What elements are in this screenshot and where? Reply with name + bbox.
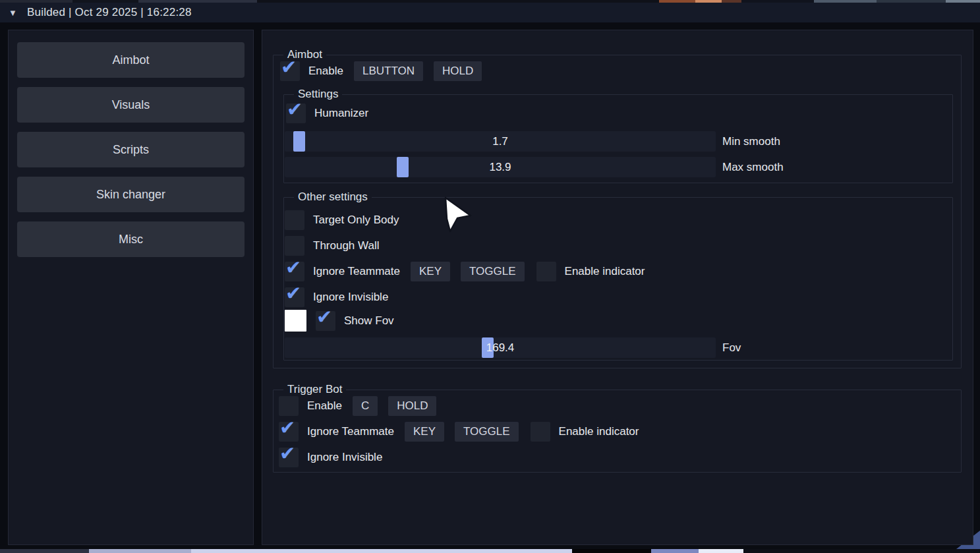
fov-value: 169.4	[285, 337, 716, 358]
ignore-teammate-keybind-button[interactable]: KEY	[411, 262, 450, 281]
sidebar-item-visuals[interactable]: Visuals	[17, 87, 245, 123]
enable-indicator-checkbox[interactable]: ✔	[536, 262, 556, 281]
target-only-body-label: Target Only Body	[313, 214, 399, 227]
through-wall-label: Through Wall	[313, 239, 379, 252]
max-smooth-row: 13.9 Max smooth	[285, 157, 784, 177]
sidebar-item-skin-changer[interactable]: Skin changer	[17, 177, 245, 212]
fov-row: 169.4 Fov	[285, 337, 741, 358]
trigger-keybind-button[interactable]: C	[353, 396, 378, 416]
check-icon: ✔	[285, 256, 301, 279]
trigger-ignore-teammate-label: Ignore Teammate	[307, 425, 394, 438]
fov-slider[interactable]: 169.4	[285, 337, 716, 358]
min-smooth-label: Min smooth	[722, 135, 780, 148]
ignore-invisible-checkbox[interactable]: ✔	[285, 287, 304, 307]
through-wall-row: ✔ Through Wall	[285, 235, 379, 256]
trigger-enable-indicator-label: Enable indicator	[559, 425, 639, 438]
other-settings-group: Other settings ✔ Target Only Body ✔ Thro…	[283, 197, 953, 361]
collapse-triangle-icon[interactable]: ▼	[9, 8, 22, 18]
trigger-ignore-invisible-label: Ignore Invisible	[307, 451, 382, 464]
aimbot-enable-row: ✔ Enable LBUTTON HOLD	[280, 61, 482, 81]
check-icon: ✔	[287, 98, 303, 121]
humanizer-row: ✔ Humanizer	[286, 103, 368, 123]
check-icon: ✔	[285, 282, 301, 305]
min-smooth-row: 1.7 Min smooth	[285, 131, 780, 152]
title-bar: ▼ Builded | Oct 29 2025 | 16:22:28	[0, 3, 980, 23]
trigger-ignore-teammate-keymode-button[interactable]: TOGGLE	[455, 422, 519, 442]
ignore-teammate-label: Ignore Teammate	[313, 265, 400, 278]
humanizer-label: Humanizer	[314, 107, 368, 120]
target-only-body-row: ✔ Target Only Body	[285, 210, 399, 230]
other-settings-group-label: Other settings	[294, 190, 372, 204]
trigger-ignore-teammate-row: ✔ Ignore Teammate KEY TOGGLE ✔ Enable in…	[279, 421, 639, 442]
ignore-teammate-checkbox[interactable]: ✔	[285, 262, 304, 281]
show-fov-row: ✔ Show Fov	[285, 310, 394, 332]
through-wall-checkbox[interactable]: ✔	[285, 236, 304, 256]
trigger-enable-checkbox[interactable]: ✔	[279, 396, 299, 416]
trigger-ignore-teammate-checkbox[interactable]: ✔	[279, 422, 299, 442]
max-smooth-label: Max smooth	[722, 161, 784, 174]
trigger-ignore-teammate-keybind-button[interactable]: KEY	[405, 422, 444, 442]
trigger-bot-group-label: Trigger Bot	[283, 383, 346, 396]
min-smooth-value: 1.7	[285, 131, 716, 152]
fov-color-swatch[interactable]	[285, 310, 306, 332]
trigger-keymode-button[interactable]: HOLD	[388, 396, 436, 416]
humanizer-checkbox[interactable]: ✔	[286, 103, 306, 123]
fov-label: Fov	[722, 341, 741, 355]
max-smooth-value: 13.9	[285, 157, 716, 177]
aimbot-keymode-button[interactable]: HOLD	[434, 61, 482, 81]
ignore-teammate-keymode-button[interactable]: TOGGLE	[461, 262, 525, 281]
aimbot-enable-checkbox[interactable]: ✔	[280, 61, 300, 81]
sidebar: Aimbot Visuals Scripts Skin changer Misc	[8, 30, 254, 545]
aimbot-enable-label: Enable	[308, 65, 343, 78]
ignore-invisible-row: ✔ Ignore Invisible	[285, 287, 388, 307]
trigger-bot-group: Trigger Bot ✔ Enable C HOLD ✔ Ignore Tea…	[273, 390, 962, 473]
aimbot-keybind-button[interactable]: LBUTTON	[354, 61, 423, 81]
check-icon: ✔	[316, 306, 332, 328]
min-smooth-slider[interactable]: 1.7	[285, 131, 716, 152]
show-fov-checkbox[interactable]: ✔	[316, 311, 335, 331]
ignore-teammate-row: ✔ Ignore Teammate KEY TOGGLE ✔ Enable in…	[285, 261, 645, 281]
aimbot-group: Aimbot ✔ Enable LBUTTON HOLD Settings ✔ …	[273, 55, 962, 368]
trigger-ignore-invisible-row: ✔ Ignore Invisible	[279, 447, 382, 467]
main-panel: Aimbot ✔ Enable LBUTTON HOLD Settings ✔ …	[262, 30, 973, 545]
check-icon: ✔	[279, 417, 295, 439]
sidebar-item-scripts[interactable]: Scripts	[17, 132, 245, 167]
enable-indicator-label: Enable indicator	[565, 265, 645, 278]
max-smooth-slider[interactable]: 13.9	[285, 157, 716, 177]
settings-group: Settings ✔ Humanizer 1.7 Min smooth 13.9…	[283, 94, 953, 183]
show-fov-label: Show Fov	[344, 314, 394, 328]
trigger-enable-row: ✔ Enable C HOLD	[279, 395, 436, 416]
ignore-invisible-label: Ignore Invisible	[313, 291, 388, 304]
sidebar-item-misc[interactable]: Misc	[17, 221, 245, 257]
check-icon: ✔	[281, 56, 297, 78]
trigger-enable-label: Enable	[307, 399, 342, 413]
sidebar-item-aimbot[interactable]: Aimbot	[17, 42, 245, 78]
trigger-enable-indicator-checkbox[interactable]: ✔	[531, 422, 550, 442]
check-icon: ✔	[279, 442, 295, 465]
trigger-ignore-invisible-checkbox[interactable]: ✔	[279, 448, 299, 467]
window-title: Builded | Oct 29 2025 | 16:22:28	[27, 6, 192, 19]
target-only-body-checkbox[interactable]: ✔	[285, 210, 304, 230]
